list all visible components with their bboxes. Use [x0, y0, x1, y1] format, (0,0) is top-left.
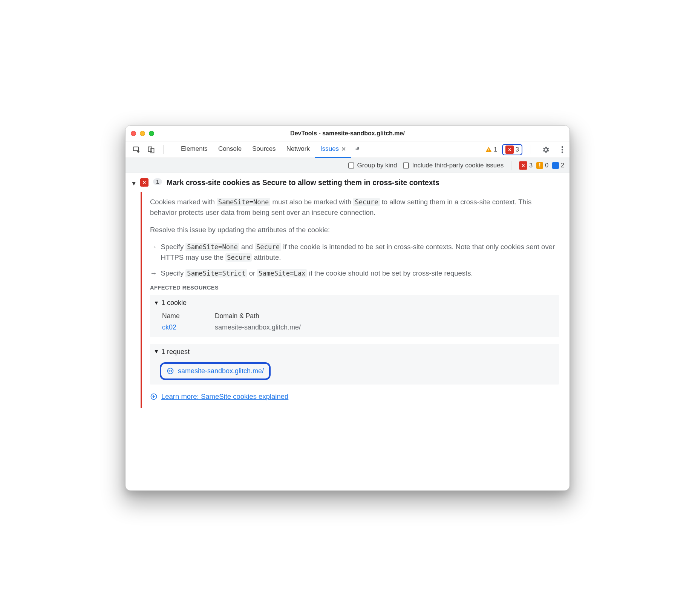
expand-issue-icon[interactable]: ▶: [132, 182, 137, 185]
tab-sources[interactable]: Sources: [247, 141, 281, 158]
third-party-checkbox[interactable]: Include third-party cookie issues: [403, 162, 504, 169]
message-count: 2: [561, 162, 564, 169]
message-count-badge[interactable]: 2: [552, 162, 564, 169]
open-link-icon: [150, 393, 158, 400]
issue-bullet-1: → Specify SameSite=None and Secure if th…: [150, 242, 559, 263]
expand-icon[interactable]: ▶: [154, 302, 160, 305]
tab-console[interactable]: Console: [213, 141, 247, 158]
message-icon: [552, 162, 559, 169]
svg-rect-0: [133, 147, 139, 150]
issue-body: Cookies marked with SameSite=None must a…: [141, 192, 569, 408]
warning-count-badge[interactable]: ! 0: [536, 162, 548, 169]
error-count-badge[interactable]: × 3: [519, 161, 533, 170]
window-controls: [131, 131, 154, 136]
tab-network[interactable]: Network: [281, 141, 315, 158]
warnings-badge[interactable]: 1: [483, 146, 500, 154]
svg-rect-2: [151, 148, 154, 153]
checkbox-icon: [348, 162, 354, 169]
status-badges: 1 × 3: [483, 144, 522, 155]
issue-count: 1: [153, 178, 162, 185]
issue-header[interactable]: ▶ × 1 Mark cross-site cookies as Secure …: [126, 177, 569, 188]
main-toolbar: Elements Console Sources Network Issues …: [126, 141, 569, 158]
errors-badge[interactable]: × 3: [502, 144, 522, 155]
tab-elements[interactable]: Elements: [176, 141, 213, 158]
issue-title: Mark cross-site cookies as Secure to all…: [167, 178, 439, 187]
minimize-window-button[interactable]: [140, 131, 145, 136]
cookies-header[interactable]: ▶ 1 cookie: [155, 298, 554, 308]
requests-header[interactable]: ▶ 1 request: [155, 347, 554, 357]
zoom-window-button[interactable]: [149, 131, 154, 136]
cookie-table-head: Name Domain & Path: [162, 311, 554, 321]
warning-icon: !: [536, 162, 543, 169]
affected-requests: ▶ 1 request samesite-sandbox.glitch.me/: [150, 344, 559, 385]
inspect-element-icon[interactable]: [132, 146, 141, 154]
code-secure: Secure: [353, 198, 380, 206]
svg-point-5: [562, 146, 563, 147]
tab-issues[interactable]: Issues ✕: [315, 141, 351, 158]
col-domain: Domain & Path: [215, 311, 259, 321]
separator: [163, 145, 164, 154]
svg-rect-1: [148, 147, 152, 152]
col-name: Name: [162, 311, 192, 321]
svg-point-7: [562, 151, 563, 153]
network-request-icon: [167, 367, 174, 375]
svg-rect-4: [488, 151, 489, 151]
separator: [531, 145, 531, 154]
close-tab-icon[interactable]: ✕: [341, 146, 346, 153]
more-tabs-button[interactable]: [351, 141, 365, 158]
checkbox-icon: [403, 162, 409, 169]
warnings-count: 1: [494, 146, 497, 153]
settings-icon[interactable]: [539, 146, 552, 154]
svg-rect-3: [488, 149, 489, 150]
window-title: DevTools - samesite-sandbox.glitch.me/: [126, 130, 569, 137]
request-url: samesite-sandbox.glitch.me/: [178, 366, 264, 376]
filter-bar: Group by kind Include third-party cookie…: [126, 158, 569, 173]
cookie-row: ck02 samesite-sandbox.glitch.me/: [162, 322, 554, 333]
issue-bullet-2: → Specify SameSite=Strict or SameSite=La…: [150, 268, 559, 279]
error-icon: ×: [505, 146, 514, 154]
error-count: 3: [529, 162, 533, 169]
warning-count: 0: [545, 162, 548, 169]
device-toolbar-icon[interactable]: [147, 146, 155, 154]
issue-description: Cookies marked with SameSite=None must a…: [150, 197, 559, 218]
close-window-button[interactable]: [131, 131, 136, 136]
more-options-icon[interactable]: [559, 146, 566, 154]
code-samesite-none: SameSite=None: [217, 198, 271, 206]
issue-counts: × 3 ! 0 2: [519, 161, 564, 170]
affected-cookies: ▶ 1 cookie Name Domain & Path ck02 sames…: [150, 295, 559, 337]
issue-error-icon: ×: [140, 178, 148, 187]
cookies-count: 1 cookie: [161, 298, 187, 308]
issue-resolve-intro: Resolve this issue by updating the attri…: [150, 225, 559, 235]
group-by-kind-label: Group by kind: [357, 162, 397, 169]
cookie-name-link[interactable]: ck02: [162, 322, 192, 333]
tab-issues-label: Issues: [320, 145, 339, 153]
svg-point-6: [562, 149, 563, 150]
affected-resources-h: AFFECTED RESOURCES: [150, 284, 559, 292]
panel-tabs: Elements Console Sources Network Issues …: [176, 141, 365, 158]
third-party-label: Include third-party cookie issues: [412, 162, 504, 169]
titlebar: DevTools - samesite-sandbox.glitch.me/: [126, 126, 569, 141]
learn-more[interactable]: Learn more: SameSite cookies explained: [150, 391, 559, 402]
request-link[interactable]: samesite-sandbox.glitch.me/: [160, 362, 271, 380]
issues-panel: ▶ × 1 Mark cross-site cookies as Secure …: [126, 173, 569, 490]
cookie-domain: samesite-sandbox.glitch.me/: [215, 322, 301, 333]
learn-more-link[interactable]: Learn more: SameSite cookies explained: [161, 391, 288, 402]
arrow-icon: →: [150, 242, 157, 263]
group-by-kind-checkbox[interactable]: Group by kind: [348, 162, 397, 169]
arrow-icon: →: [150, 268, 157, 279]
separator: [511, 161, 511, 170]
requests-count: 1 request: [161, 347, 190, 357]
expand-icon[interactable]: ▶: [154, 350, 160, 353]
error-icon: ×: [519, 161, 527, 170]
devtools-window: DevTools - samesite-sandbox.glitch.me/ E…: [125, 125, 570, 491]
errors-count: 3: [516, 146, 519, 153]
